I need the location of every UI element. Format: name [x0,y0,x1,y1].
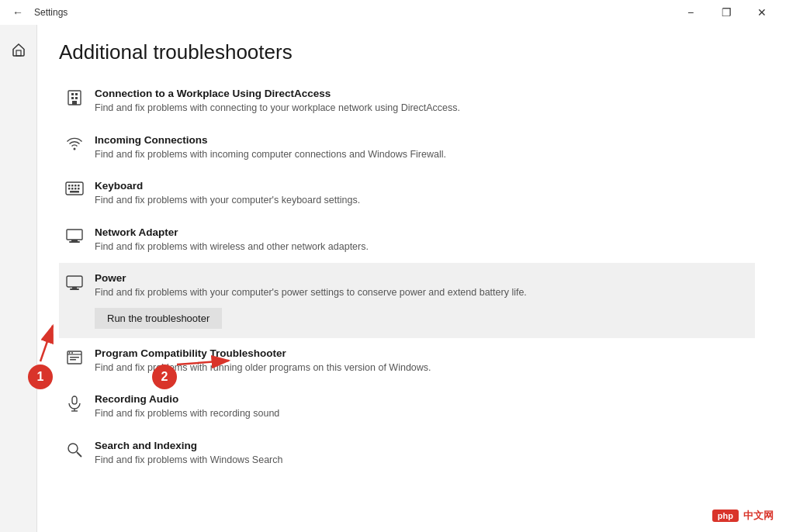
svg-point-7 [74,147,76,150]
svg-rect-28 [70,357,79,358]
svg-rect-21 [67,276,82,287]
svg-point-26 [69,352,71,354]
svg-rect-11 [74,185,77,187]
item-text-network: Network AdapterFind and fix problems wit… [95,226,749,254]
svg-point-33 [68,444,78,453]
page-title: Additional troubleshooters [59,40,755,64]
troubleshooters-list: Connection to a Workplace Using DirectAc… [59,78,755,476]
power-icon [65,274,84,291]
item-title-incoming: Incoming Connections [95,134,749,146]
svg-rect-0 [16,50,21,56]
svg-rect-14 [71,188,74,190]
svg-rect-9 [68,185,71,187]
troubleshooter-item-search[interactable]: Search and IndexingFind and fix problems… [59,430,755,477]
close-button[interactable]: ✕ [744,0,780,25]
titlebar-title: Settings [34,7,68,18]
sidebar-home-button[interactable] [3,34,34,65]
item-title-network: Network Adapter [95,226,749,238]
troubleshooter-item-incoming[interactable]: Incoming ConnectionsFind and fix problem… [59,125,755,171]
svg-rect-15 [74,188,77,190]
minimize-button[interactable]: − [673,0,708,25]
svg-point-27 [71,352,73,354]
item-title-power: Power [95,272,749,284]
item-desc-network: Find and fix problems with wireless and … [95,240,749,254]
sidebar [0,25,37,532]
svg-line-34 [77,452,81,457]
svg-rect-23 [70,288,79,290]
svg-rect-2 [71,93,74,95]
compat-icon [65,349,84,366]
titlebar-controls: − ❐ ✕ [673,0,780,25]
search-icon [65,441,84,458]
item-text-keyboard: KeyboardFind and fix problems with your … [95,180,749,208]
item-title-keyboard: Keyboard [95,180,749,192]
item-text-compat: Program Compatibility TroubleshooterFind… [95,347,749,375]
svg-rect-17 [70,191,79,193]
mic-icon [65,395,84,412]
svg-rect-29 [70,359,76,361]
titlebar: ← Settings − ❐ ✕ [0,0,786,25]
item-desc-power: Find and fix problems with your computer… [95,286,749,300]
svg-rect-10 [71,185,74,187]
item-title-directaccess: Connection to a Workplace Using DirectAc… [95,88,749,99]
svg-rect-16 [78,188,80,190]
svg-rect-20 [69,241,80,243]
item-desc-search: Find and fix problems with Windows Searc… [95,454,749,468]
item-desc-audio: Find and fix problems with recording sou… [95,407,749,421]
troubleshooter-item-audio[interactable]: Recording AudioFind and fix problems wit… [59,384,755,430]
main-content: Additional troubleshooters Connection to… [37,25,786,532]
troubleshooter-item-directaccess[interactable]: Connection to a Workplace Using DirectAc… [59,78,755,125]
watermark-badge: php [712,510,739,522]
wifi-icon [65,136,84,153]
building-icon [65,89,84,106]
item-title-compat: Program Compatibility Troubleshooter [95,347,749,359]
item-title-audio: Recording Audio [95,393,749,405]
item-desc-compat: Find and fix problems with running older… [95,361,749,375]
svg-rect-18 [67,230,82,240]
back-button[interactable]: ← [9,3,26,22]
svg-rect-6 [72,101,77,105]
titlebar-left: ← Settings [9,3,68,22]
network-icon [65,228,84,245]
run-troubleshooter-button[interactable]: Run the troubleshooter [95,308,222,329]
watermark-text: 中文网 [743,509,774,523]
svg-rect-4 [71,97,74,99]
item-desc-incoming: Find and fix problems with incoming comp… [95,148,749,162]
item-text-incoming: Incoming ConnectionsFind and fix problem… [95,134,749,162]
svg-rect-12 [78,185,80,187]
keyboard-icon [65,181,84,195]
item-desc-keyboard: Find and fix problems with your computer… [95,194,749,208]
content: Additional troubleshooters Connection to… [0,25,786,532]
annotation-circle-1: 1 [28,364,53,389]
troubleshooter-item-network[interactable]: Network AdapterFind and fix problems wit… [59,217,755,264]
item-text-search: Search and IndexingFind and fix problems… [95,440,749,468]
svg-rect-19 [71,240,78,241]
svg-rect-30 [72,396,77,404]
item-title-search: Search and Indexing [95,440,749,451]
svg-rect-5 [75,97,78,99]
restore-button[interactable]: ❐ [708,0,744,25]
svg-rect-22 [72,287,77,288]
troubleshooter-item-keyboard[interactable]: KeyboardFind and fix problems with your … [59,171,755,217]
item-desc-directaccess: Find and fix problems with connecting to… [95,102,749,116]
annotation-circle-2: 2 [152,364,177,389]
item-text-power: PowerFind and fix problems with your com… [95,272,749,329]
svg-rect-13 [68,188,71,190]
item-text-directaccess: Connection to a Workplace Using DirectAc… [95,88,749,116]
troubleshooter-item-power[interactable]: PowerFind and fix problems with your com… [59,263,755,338]
item-text-audio: Recording AudioFind and fix problems wit… [95,393,749,421]
svg-rect-3 [75,93,78,95]
watermark: php 中文网 [712,509,774,523]
